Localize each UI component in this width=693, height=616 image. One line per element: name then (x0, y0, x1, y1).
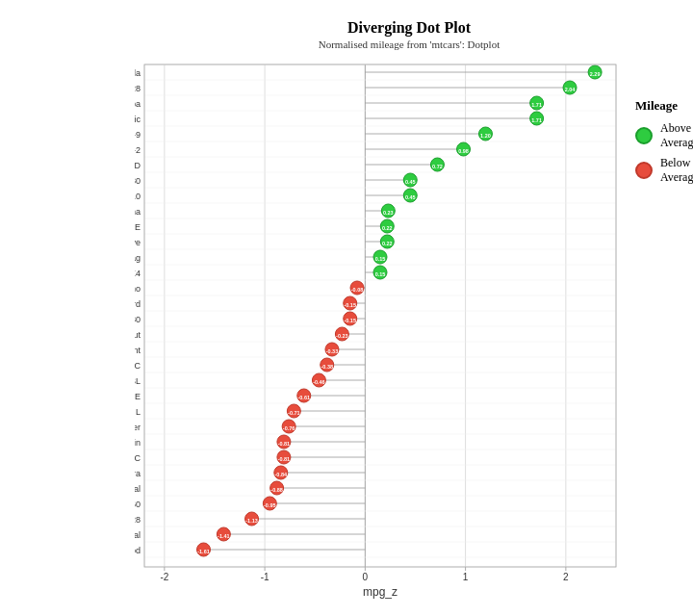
svg-text:Duster 360: Duster 360 (135, 500, 141, 509)
svg-text:Maserati Bora: Maserati Bora (135, 469, 141, 478)
svg-text:Merc 450SL: Merc 450SL (135, 376, 141, 386)
svg-text:2.29: 2.29 (590, 71, 601, 77)
legend-label-above: Above Average (660, 121, 693, 150)
legend-dot-above (635, 127, 653, 144)
svg-text:1.71: 1.71 (531, 102, 542, 108)
svg-text:-0.88: -0.88 (270, 487, 283, 493)
svg-text:1.71: 1.71 (531, 117, 542, 123)
svg-text:-0.76: -0.76 (283, 425, 295, 431)
svg-text:-0.81: -0.81 (278, 456, 291, 462)
svg-text:Pontiac Firebird: Pontiac Firebird (135, 299, 141, 309)
svg-text:Dodge Challenger: Dodge Challenger (135, 423, 141, 432)
svg-text:Volvo 142E: Volvo 142E (135, 222, 141, 232)
svg-text:1: 1 (463, 572, 469, 582)
legend-label-below: Below Average (660, 156, 693, 185)
svg-text:Hornet 4 Drive: Hornet 4 Drive (135, 238, 141, 247)
legend-dot-below (635, 162, 653, 179)
svg-text:Fiat 128: Fiat 128 (135, 84, 141, 93)
svg-text:0.22: 0.22 (382, 241, 393, 246)
svg-text:Chrysler Imperial: Chrysler Imperial (135, 484, 141, 494)
svg-text:-0.08: -0.08 (351, 287, 364, 293)
svg-text:Merc 280: Merc 280 (135, 315, 141, 324)
svg-text:Valiant: Valiant (135, 346, 141, 355)
svg-text:-2: -2 (160, 572, 168, 582)
svg-text:0.45: 0.45 (405, 179, 416, 185)
svg-text:-0.71: -0.71 (288, 410, 300, 416)
svg-text:Ford Pantera L: Ford Pantera L (135, 407, 141, 417)
svg-text:2: 2 (563, 572, 569, 582)
svg-text:Mazda RX4 Wag: Mazda RX4 Wag (135, 253, 141, 263)
chart-title: Diverging Dot Plot (135, 19, 683, 37)
svg-text:-1: -1 (261, 572, 270, 582)
svg-text:Honda Civic: Honda Civic (135, 115, 141, 124)
chart-area: 2.29Toyota Corolla2.04Fiat 1281.71Lotus … (135, 60, 683, 601)
plot-area: 2.29Toyota Corolla2.04Fiat 1281.71Lotus … (135, 60, 626, 601)
svg-text:-0.33: -0.33 (326, 348, 339, 354)
svg-rect-0 (144, 64, 616, 567)
svg-text:Camaro Z28: Camaro Z28 (135, 515, 141, 525)
svg-text:mpg_z: mpg_z (363, 585, 398, 599)
legend-item-above: Above Average (635, 121, 693, 150)
svg-text:Porsche 914-2: Porsche 914-2 (135, 145, 141, 155)
svg-text:-1.13: -1.13 (245, 518, 258, 524)
svg-text:-0.61: -0.61 (297, 395, 310, 400)
svg-text:2.04: 2.04 (565, 87, 577, 92)
svg-text:1.20: 1.20 (480, 133, 491, 139)
svg-text:-0.46: -0.46 (313, 379, 325, 385)
svg-text:Cadillac Fleetwood: Cadillac Fleetwood (135, 546, 141, 555)
svg-text:Merc 240D: Merc 240D (135, 161, 141, 170)
svg-text:Merc 230: Merc 230 (135, 176, 141, 186)
svg-text:Datsun 710: Datsun 710 (135, 192, 141, 201)
svg-text:Toyota Corolla: Toyota Corolla (135, 68, 141, 78)
svg-text:0.98: 0.98 (458, 148, 469, 154)
svg-text:0.45: 0.45 (405, 194, 416, 200)
svg-text:0.22: 0.22 (382, 225, 393, 231)
svg-text:Mazda RX4: Mazda RX4 (135, 269, 141, 278)
svg-text:-0.38: -0.38 (321, 364, 333, 370)
svg-text:Lotus Europa: Lotus Europa (135, 99, 141, 109)
svg-text:AMC Javelin: AMC Javelin (135, 438, 141, 448)
svg-text:-0.23: -0.23 (336, 333, 348, 339)
svg-text:-0.15: -0.15 (344, 302, 356, 308)
svg-text:-1.61: -1.61 (197, 549, 210, 554)
svg-text:-0.84: -0.84 (275, 472, 288, 477)
svg-text:0: 0 (363, 572, 369, 582)
svg-text:-1.41: -1.41 (218, 533, 230, 539)
svg-text:0.15: 0.15 (375, 256, 386, 262)
chart-subtitle: Normalised mileage from 'mtcars': Dotplo… (135, 38, 683, 50)
chart-container: Diverging Dot Plot Normalised mileage fr… (0, 0, 693, 616)
svg-text:0.72: 0.72 (432, 164, 443, 169)
svg-text:Fiat X1-9: Fiat X1-9 (135, 130, 141, 140)
svg-text:Lincoln Continental: Lincoln Continental (135, 530, 141, 540)
svg-text:Ferrari Dino: Ferrari Dino (135, 284, 141, 294)
svg-text:Toyota Corona: Toyota Corona (135, 207, 141, 217)
svg-text:Merc 450SLC: Merc 450SLC (135, 453, 141, 463)
svg-text:0.23: 0.23 (383, 210, 394, 216)
svg-text:0.15: 0.15 (375, 271, 386, 277)
svg-text:Merc 450SE: Merc 450SE (135, 392, 141, 401)
svg-text:-0.15: -0.15 (344, 318, 356, 323)
svg-text:-0.81: -0.81 (278, 441, 291, 447)
legend: Mileage Above Average Below Average (626, 60, 693, 601)
chart-svg: 2.29Toyota Corolla2.04Fiat 1281.71Lotus … (135, 60, 626, 601)
svg-text:-0.95: -0.95 (264, 502, 276, 508)
legend-item-below: Below Average (635, 156, 693, 185)
svg-text:Merc 280C: Merc 280C (135, 361, 141, 371)
legend-title: Mileage (635, 98, 693, 114)
svg-text:Hornet Sportabout: Hornet Sportabout (135, 330, 141, 340)
